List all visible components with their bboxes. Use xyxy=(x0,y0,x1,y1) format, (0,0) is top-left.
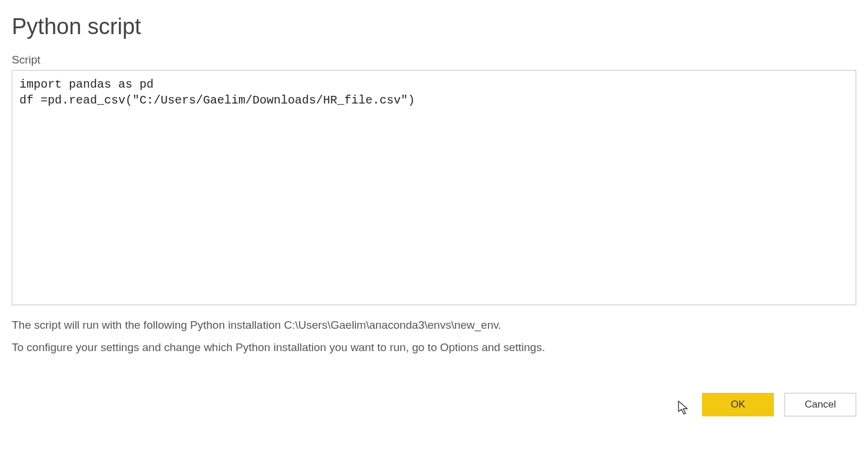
info-text-block: The script will run with the following P… xyxy=(12,316,856,358)
cancel-button[interactable]: Cancel xyxy=(784,393,856,416)
installation-path-text: The script will run with the following P… xyxy=(12,316,856,335)
dialog-title: Python script xyxy=(12,14,856,39)
python-script-dialog: Python script Script The script will run… xyxy=(12,14,856,416)
configure-settings-text: To configure your settings and change wh… xyxy=(12,338,856,357)
ok-button[interactable]: OK xyxy=(702,393,774,416)
dialog-button-row: OK Cancel xyxy=(12,393,856,416)
script-textarea[interactable] xyxy=(12,70,856,305)
script-field-label: Script xyxy=(12,54,856,66)
